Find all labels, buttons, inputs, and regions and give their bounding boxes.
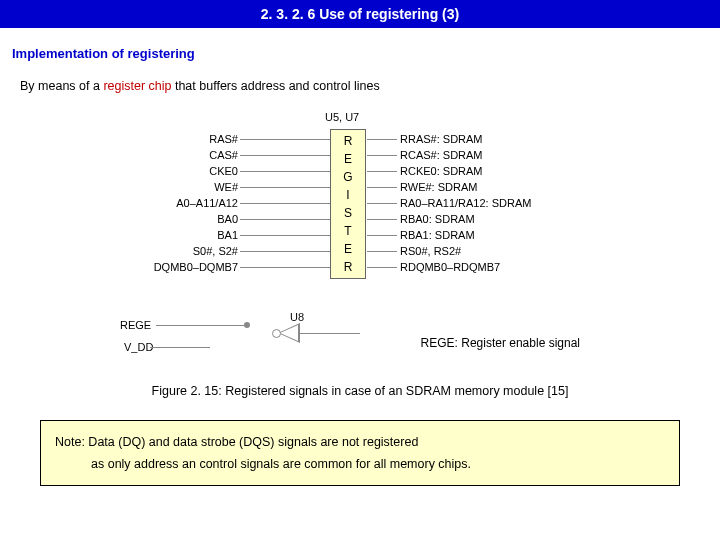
reg-letter: E <box>331 240 365 258</box>
wire <box>367 235 397 236</box>
signal-label: RAS# <box>120 131 238 147</box>
signal-label: BA1 <box>120 227 238 243</box>
signal-label: RBA1: SDRAM <box>400 227 600 243</box>
wire <box>367 203 397 204</box>
reg-letter: G <box>331 168 365 186</box>
signal-label: RRAS#: SDRAM <box>400 131 600 147</box>
reg-letter: R <box>331 132 365 150</box>
chip-label-u5u7: U5, U7 <box>325 111 359 123</box>
inverter-bubble-icon <box>272 329 281 338</box>
wire <box>367 139 397 140</box>
signal-label: BA0 <box>120 211 238 227</box>
wire <box>240 235 330 236</box>
wire <box>240 203 330 204</box>
signal-label: A0–A11/A12 <box>120 195 238 211</box>
signal-label: RA0–RA11/RA12: SDRAM <box>400 195 600 211</box>
note-line1: Note: Data (DQ) and data strobe (DQS) si… <box>55 435 418 449</box>
note-box: Note: Data (DQ) and data strobe (DQS) si… <box>40 420 680 486</box>
wire <box>240 171 330 172</box>
intro-before: By means of a <box>20 79 103 93</box>
vdd-label: V_DD <box>124 341 153 353</box>
reg-letter: T <box>331 222 365 240</box>
inverter-icon <box>280 325 298 341</box>
signal-label: DQMB0–DQMB7 <box>120 259 238 275</box>
rege-explain: REGE: Register enable signal <box>421 336 580 350</box>
node-icon <box>244 322 250 328</box>
figure-caption: Figure 2. 15: Registered signals in case… <box>0 384 720 398</box>
wire <box>367 155 397 156</box>
wire <box>240 155 330 156</box>
intro-text: By means of a register chip that buffers… <box>20 79 720 93</box>
reg-letter: S <box>331 204 365 222</box>
signal-label: RDQMB0–RDQMB7 <box>400 259 600 275</box>
left-signal-column: RAS# CAS# CKE0 WE# A0–A11/A12 BA0 BA1 S0… <box>120 131 238 275</box>
signal-label: CKE0 <box>120 163 238 179</box>
register-diagram: U5, U7 R E G I S T E R RAS# CAS# CKE0 WE… <box>120 111 600 311</box>
register-box: R E G I S T E R <box>330 129 366 279</box>
wire <box>240 219 330 220</box>
signal-label: WE# <box>120 179 238 195</box>
signal-label: RCKE0: SDRAM <box>400 163 600 179</box>
signal-label: RBA0: SDRAM <box>400 211 600 227</box>
wire <box>367 251 397 252</box>
slide-header: 2. 3. 2. 6 Use of registering (3) <box>0 0 720 28</box>
signal-label: CAS# <box>120 147 238 163</box>
intro-highlight: register chip <box>103 79 171 93</box>
signal-label: S0#, S2# <box>120 243 238 259</box>
wire <box>240 267 330 268</box>
wire <box>150 347 210 348</box>
wire <box>240 139 330 140</box>
wire <box>156 325 246 326</box>
reg-letter: R <box>331 258 365 276</box>
right-signal-column: RRAS#: SDRAM RCAS#: SDRAM RCKE0: SDRAM R… <box>400 131 600 275</box>
wire <box>240 251 330 252</box>
intro-after: that buffers address and control lines <box>171 79 379 93</box>
wire <box>367 219 397 220</box>
signal-label: RS0#, RS2# <box>400 243 600 259</box>
chip-label-u8: U8 <box>290 311 304 323</box>
section-heading: Implementation of registering <box>12 46 720 61</box>
wire <box>240 187 330 188</box>
wire <box>367 171 397 172</box>
note-line2: as only address an control signals are c… <box>55 453 665 475</box>
slide-title: 2. 3. 2. 6 Use of registering (3) <box>261 6 459 22</box>
signal-label: RWE#: SDRAM <box>400 179 600 195</box>
reg-letter: E <box>331 150 365 168</box>
rege-label: REGE <box>120 319 151 331</box>
reg-letter: I <box>331 186 365 204</box>
signal-label: RCAS#: SDRAM <box>400 147 600 163</box>
wire <box>300 333 360 334</box>
wire <box>367 187 397 188</box>
wire <box>367 267 397 268</box>
rege-circuit: REGE V_DD U8 REGE: Register enable signa… <box>120 311 600 366</box>
